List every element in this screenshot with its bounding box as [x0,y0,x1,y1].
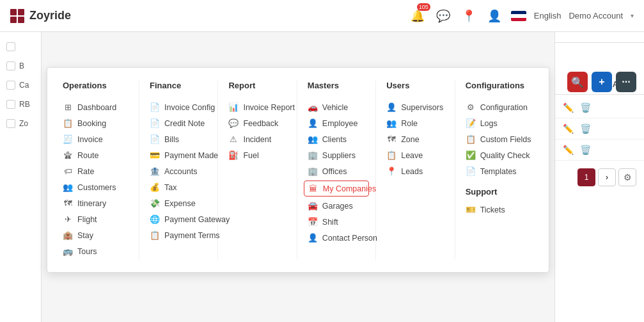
brand-name: Zoyride [29,9,71,22]
add-action-btn[interactable]: + [592,72,612,92]
menu-item-quality-check-label: Quality Check [480,151,530,160]
payment-gateway-icon: 🌐 [150,214,160,224]
user-icon: 👤 [485,7,503,25]
menu-item-supervisors-label: Supervisors [401,103,443,112]
menu-item-payment-terms[interactable]: 📋 Payment Terms [150,227,207,243]
menu-item-suppliers[interactable]: 🏢 Suppliers [308,147,365,163]
menu-item-itinerary[interactable]: 🗺 Itinerary [63,195,129,211]
chat-icon-btn[interactable]: 💬 [434,7,452,25]
menu-item-role[interactable]: 👥 Role [386,115,444,131]
menu-item-fuel[interactable]: ⛽ Fuel [228,147,286,163]
menu-item-clients[interactable]: 👥 Clients [308,131,365,147]
edit-icon-2[interactable]: ✏️ [563,124,574,134]
row-checkbox-1[interactable] [6,61,15,70]
settings-btn[interactable]: ⚙ [618,168,636,186]
menu-item-dashboard[interactable]: ⊞ Dashboard [63,99,129,115]
menu-item-invoice[interactable]: 🧾 Invoice [63,131,129,147]
menu-item-flight[interactable]: ✈ Flight [63,211,129,227]
menu-item-zone[interactable]: 🗺 Zone [386,131,444,147]
menu-item-bills-label: Bills [164,135,179,144]
menu-item-my-companies[interactable]: 🏛 My Companies [304,181,369,197]
payment-made-icon: 💳 [150,150,160,160]
row-checkbox-3[interactable] [6,100,15,109]
delete-icon-3[interactable]: 🗑️ [580,145,591,155]
menu-item-payment-made[interactable]: 💳 Payment Made [150,147,207,163]
menu-item-leave-label: Leave [401,151,423,160]
menu-item-tickets[interactable]: 🎫 Tickets [466,202,523,218]
fuel-icon: ⛽ [228,150,239,160]
location-icon-btn[interactable]: 📍 [460,7,478,25]
menu-item-leave[interactable]: 📋 Leave [386,147,444,163]
payment-terms-icon: 📋 [150,230,160,240]
menu-item-rate-label: Rate [77,167,94,176]
menu-item-garages[interactable]: 🚘 Garages [308,198,365,214]
action-row-2: ✏️ 🗑️ [555,118,644,140]
feedback-icon: 💬 [228,118,239,128]
support-title: Support [466,187,523,197]
menu-item-rate[interactable]: 🏷 Rate [63,163,129,179]
page-1-btn[interactable]: 1 [577,168,595,186]
menu-item-bills[interactable]: 📄 Bills [150,131,207,147]
more-action-btn[interactable]: ··· [616,72,636,92]
menu-item-payment-made-label: Payment Made [164,151,218,160]
accounts-icon: 🏦 [150,166,160,176]
menu-item-templates[interactable]: 📄 Templates [466,163,523,179]
menu-item-custom-fields[interactable]: 📋 Custom Fields [466,131,523,147]
menu-item-shift[interactable]: 📅 Shift [308,214,365,230]
menu-item-route[interactable]: 🛣 Route [63,147,129,163]
menu-item-expense-label: Expense [164,199,196,208]
pagination-bar: 1 › ⚙ [555,163,644,191]
menu-item-contact-person[interactable]: 👤 Contact Person [308,230,365,246]
menu-item-leads[interactable]: 📍 Leads [386,163,444,179]
delete-icon-2[interactable]: 🗑️ [580,124,591,134]
menu-item-customers[interactable]: 👥 Customers [63,179,129,195]
menu-item-offices[interactable]: 🏢 Offices [308,163,365,179]
report-title: Report [228,81,286,90]
stay-icon: 🏨 [63,230,73,240]
notification-bell[interactable]: 🔔 105 [409,7,427,25]
configuration-icon: ⚙ [466,102,476,112]
menu-item-vehicle[interactable]: 🚗 Vehicle [308,99,365,115]
brand[interactable]: Zoyride [10,9,71,23]
menu-item-stay[interactable]: 🏨 Stay [63,227,129,243]
menu-item-invoice-config[interactable]: 📄 Invoice Config [150,99,207,115]
menu-item-booking[interactable]: 📋 Booking [63,115,129,131]
menu-item-invoice-report[interactable]: 📊 Invoice Report [228,99,286,115]
menu-item-tax[interactable]: 💰 Tax [150,179,207,195]
page-next-btn[interactable]: › [598,168,616,186]
tax-icon: 💰 [150,182,160,192]
edit-icon-1[interactable]: ✏️ [563,102,574,113]
menu-item-shift-label: Shift [322,218,338,227]
menu-item-accounts[interactable]: 🏦 Accounts [150,163,207,179]
menu-item-supervisors[interactable]: 👤 Supervisors [386,99,444,115]
delete-icon-1[interactable]: 🗑️ [580,102,591,113]
suppliers-icon: 🏢 [308,150,318,160]
left-sidebar: B Ca RB Zo [0,32,42,322]
user-icon-btn[interactable]: 👤 [485,7,503,25]
menu-column-users: Users 👤 Supervisors 👥 Role 🗺 Zone 📋 Leav… [376,81,455,259]
menu-item-quality-check[interactable]: ✅ Quality Check [466,147,523,163]
menu-item-vehicle-label: Vehicle [322,103,348,112]
menu-item-incident[interactable]: ⚠ Incident [228,131,286,147]
menu-item-credit-note[interactable]: 📄 Credit Note [150,115,207,131]
row-checkbox-2[interactable] [6,81,15,90]
menu-item-payment-gateway[interactable]: 🌐 Payment Gateway [150,211,207,227]
edit-icon-3[interactable]: ✏️ [563,145,574,155]
row-checkbox-4[interactable] [6,119,15,128]
menu-item-feedback[interactable]: 💬 Feedback [228,115,286,131]
menu-item-employee[interactable]: 👤 Employee [308,115,365,131]
menu-item-configuration[interactable]: ⚙ Configuration [466,99,523,115]
search-action-btn[interactable]: 🔍 [567,72,588,92]
menu-item-tours[interactable]: 🚌 Tours [63,243,129,259]
quality-check-icon: ✅ [466,150,476,160]
account-label[interactable]: Demo Account [569,11,623,20]
location-icon: 📍 [460,7,478,25]
itinerary-icon: 🗺 [63,198,73,208]
row-label-2: Ca [19,81,29,90]
select-all-checkbox[interactable] [6,42,15,51]
menu-item-logs[interactable]: 📝 Logs [466,115,523,131]
menu-item-expense[interactable]: 💸 Expense [150,195,207,211]
right-panel-actions: ✏️ 🗑️ ✏️ 🗑️ ✏️ 🗑️ [555,95,644,163]
menu-column-masters: Masters 🚗 Vehicle 👤 Employee 👥 Clients 🏢… [297,81,376,259]
menu-item-credit-note-label: Credit Note [164,119,205,128]
